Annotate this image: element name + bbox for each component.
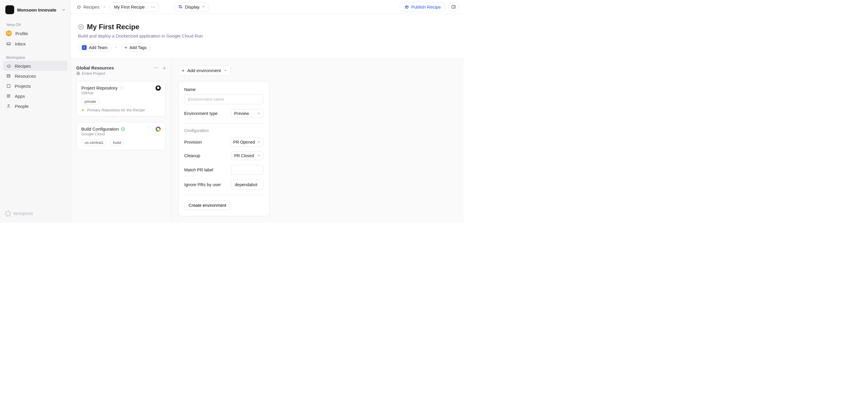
sidebar-item-inbox[interactable]: Inbox (3, 39, 68, 49)
chevron-down-icon (257, 112, 260, 115)
sidebar: Monsoon Innovate Yena Oh YO Profile Inbo… (0, 0, 71, 223)
more-icon[interactable]: ··· (151, 4, 156, 9)
apps-grid-icon (6, 93, 11, 99)
divider (148, 4, 148, 9)
svg-point-15 (81, 26, 82, 27)
person-icon (6, 103, 11, 109)
primary-note: Primary Repository for the Recipe (87, 108, 145, 112)
global-resources-column: Global Resources Entire Project ··· + (71, 59, 172, 223)
card-provider: GitHub (81, 91, 124, 95)
svg-point-16 (84, 47, 85, 47)
svg-point-7 (8, 97, 9, 97)
team-icon (82, 45, 87, 50)
env-match-label: Match PR label (184, 167, 213, 172)
star-icon: ★ (81, 108, 85, 112)
add-tags-label: Add Tags (129, 45, 147, 50)
breadcrumb-root[interactable]: Recipes (76, 4, 99, 9)
env-provision-select[interactable]: PR Opened (230, 138, 264, 147)
recipe-icon (78, 24, 84, 30)
more-icon[interactable]: ··· (154, 65, 159, 71)
separator-dot (116, 47, 117, 48)
svg-point-2 (9, 95, 10, 95)
chevron-down-icon (202, 5, 205, 8)
env-match-input[interactable] (231, 165, 264, 175)
plus-icon: + (125, 45, 127, 50)
svg-point-0 (7, 95, 8, 95)
user-section-label: Yena Oh (3, 20, 68, 28)
env-type-value: Preview (234, 111, 249, 116)
tag-pill: private (81, 98, 99, 105)
display-button[interactable]: Display (174, 2, 209, 11)
env-ignore-input[interactable] (231, 180, 264, 190)
brand-footer: tempest (3, 208, 68, 219)
env-cleanup-select[interactable]: PR Closed (231, 151, 264, 160)
brand-swirl-icon (5, 211, 11, 217)
sidebar-item-resources[interactable]: Resources (3, 71, 68, 81)
loading-spinner-icon (120, 86, 124, 90)
svg-rect-12 (452, 5, 455, 8)
resource-card-build[interactable]: Build Configuration Google Cloud us-cent… (76, 122, 166, 150)
card-provider: Google Cloud (81, 132, 125, 136)
env-type-select[interactable]: Preview (231, 109, 264, 118)
svg-point-6 (7, 97, 8, 97)
resource-card-repository[interactable]: Project Repository GitHub private ★ Prim… (76, 81, 166, 117)
add-environment-label: Add environment (187, 68, 221, 73)
svg-point-9 (8, 105, 9, 106)
plus-icon[interactable]: + (163, 65, 166, 71)
chevron-right-icon (103, 5, 106, 8)
environments-column: + Add environment Name Environment type … (172, 59, 464, 223)
env-ignore-label: Ignore PRs by user (184, 182, 221, 187)
sidebar-item-recipes[interactable]: Recipes (3, 61, 68, 71)
workspace-section-label: Workspace (3, 52, 68, 61)
sidebar-item-label: Profile (16, 31, 28, 36)
panel-right-icon (451, 4, 456, 9)
panel-toggle-button[interactable] (449, 2, 458, 11)
chef-hat-icon (76, 4, 81, 9)
global-resources-scope: Entire Project (82, 71, 105, 76)
svg-point-4 (8, 96, 9, 96)
add-tags-button[interactable]: + Add Tags (121, 44, 151, 52)
create-environment-label: Create environment (189, 203, 226, 208)
sidebar-item-people[interactable]: People (3, 101, 68, 111)
sidebar-item-label: People (15, 104, 29, 109)
breadcrumb-current-label: My First Recipe (114, 4, 145, 9)
env-config-label: Configuration (184, 128, 264, 133)
publish-button[interactable]: Publish Recipe (400, 2, 445, 12)
breadcrumb-current[interactable]: My First Recipe ··· (110, 2, 159, 11)
org-switcher[interactable]: Monsoon Innovate (3, 4, 68, 16)
tag-pill: build (110, 139, 124, 146)
topbar: Recipes My First Recipe ··· Display Publ… (71, 0, 464, 14)
card-title: Project Repository (81, 85, 118, 90)
env-provision-value: PR Opened (233, 140, 255, 145)
chevron-down-icon (257, 141, 260, 143)
chevron-down-icon (224, 69, 227, 72)
sliders-icon (178, 4, 183, 9)
tag-pill: us-central1 (81, 139, 107, 146)
sidebar-item-label: Apps (15, 94, 25, 99)
page-description: Build and deploy a Dockerized applicatio… (78, 33, 457, 38)
svg-point-5 (9, 96, 10, 96)
env-name-input[interactable] (184, 94, 264, 104)
sidebar-item-projects[interactable]: Projects (3, 81, 68, 91)
sidebar-item-label: Recipes (15, 64, 31, 68)
create-environment-button[interactable]: Create environment (184, 201, 230, 210)
brand-label: tempest (13, 211, 33, 217)
chevron-down-icon (257, 154, 260, 157)
sidebar-item-profile[interactable]: YO Profile (3, 28, 68, 39)
org-name: Monsoon Innovate (17, 7, 59, 12)
github-icon (156, 85, 161, 91)
publish-icon (404, 4, 409, 9)
breadcrumb-root-label: Recipes (83, 4, 99, 9)
add-environment-button[interactable]: + Add environment (178, 65, 230, 76)
chef-hat-icon (6, 63, 11, 68)
svg-point-11 (180, 7, 181, 8)
env-provision-label: Provision (184, 140, 202, 145)
list-icon (6, 73, 11, 78)
environment-form: Name Environment type Preview Configurat… (178, 81, 270, 216)
sidebar-item-label: Inbox (15, 41, 26, 46)
add-team-button[interactable]: Add Team (78, 44, 112, 52)
sidebar-item-apps[interactable]: Apps (3, 91, 68, 101)
page-header: My First Recipe Build and deploy a Docke… (71, 14, 464, 59)
sidebar-item-label: Resources (15, 73, 36, 78)
display-label: Display (185, 4, 199, 9)
